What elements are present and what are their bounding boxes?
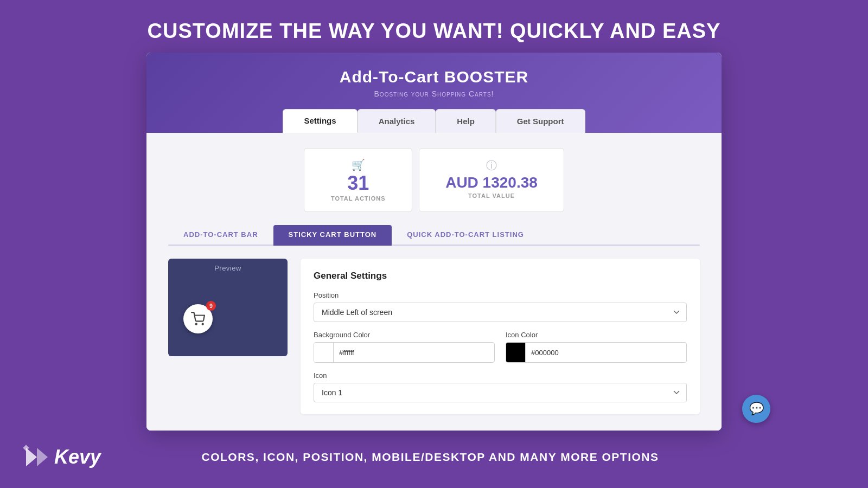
kevy-logo-icon [22,444,49,471]
total-value-amount: AUD 1320.38 [445,175,538,190]
cart-stat-icon: 🛒 [352,158,365,171]
preview-box: Preview 9 [168,259,288,356]
value-stat-icon: ⓘ [486,158,497,173]
kevy-logo-text: Kevy [54,446,101,468]
position-select[interactable]: Middle Left of screen Middle Right of sc… [314,303,687,322]
tab-analytics[interactable]: Analytics [358,109,436,133]
stats-row: 🛒 31 TOTAL ACTIONS ⓘ AUD 1320.38 TOTAL V… [168,148,700,212]
tab-settings[interactable]: Settings [283,109,357,133]
cart-badge: 9 [206,301,216,311]
icon-label: Icon [314,371,687,380]
cart-button-preview: 9 [183,304,213,333]
card-header: Add-To-Cart BOOSTER Boosting your Shoppi… [146,53,722,133]
total-actions-label: TOTAL ACTIONS [331,195,386,202]
background-color-input-row [314,342,495,363]
color-row: Background Color Icon Color [314,331,687,371]
total-value-label: TOTAL VALUE [468,192,515,199]
stat-total-value: ⓘ AUD 1320.38 TOTAL VALUE [419,148,564,212]
kevy-logo: Kevy [22,444,101,471]
icon-color-input-row [506,342,687,363]
icon-color-text-input[interactable] [526,344,686,361]
settings-title: General Settings [314,271,687,281]
position-label: Position [314,291,687,299]
tab-get-support[interactable]: Get Support [496,109,585,133]
svg-marker-3 [37,448,48,466]
svg-point-0 [196,324,197,325]
position-field-group: Position Middle Left of screen Middle Ri… [314,291,687,322]
preview-label: Preview [214,264,241,272]
icon-color-swatch[interactable] [506,343,526,362]
background-color-swatch[interactable] [314,343,334,362]
main-card: Add-To-Cart BOOSTER Boosting your Shoppi… [146,53,722,431]
icon-field-group: Icon Icon 1 [314,371,687,402]
section-tabs: ADD-TO-CART BAR STICKY CART BUTTON QUICK… [168,225,700,246]
section-tab-sticky-cart-button[interactable]: STICKY CART BUTTON [273,225,392,246]
icon-color-field-group: Icon Color [506,331,687,363]
bottom-tagline: COLORS, ICON, POSITION, MOBILE/DESKTOP A… [112,451,749,464]
section-tab-add-to-cart-bar[interactable]: ADD-TO-CART BAR [168,225,273,246]
card-body: 🛒 31 TOTAL ACTIONS ⓘ AUD 1320.38 TOTAL V… [146,133,722,431]
settings-panel: General Settings Position Middle Left of… [301,259,700,414]
stat-total-actions: 🛒 31 TOTAL ACTIONS [304,148,412,212]
section-tab-quick-add[interactable]: QUICK ADD-TO-CART LISTING [392,225,539,246]
card-subtitle: Boosting your Shopping Carts! [146,89,722,98]
svg-marker-2 [26,448,37,466]
chat-button[interactable]: 💬 [742,395,770,423]
card-title: Add-To-Cart BOOSTER [146,68,722,86]
icon-color-label: Icon Color [506,331,687,339]
icon-select[interactable]: Icon 1 [314,383,687,402]
tab-help[interactable]: Help [436,109,496,133]
chat-icon: 💬 [749,402,764,416]
svg-point-1 [202,324,203,325]
background-color-field-group: Background Color [314,331,495,363]
content-row: Preview 9 General Settings Position [168,259,700,414]
page-headline: CUSTOMIZE THE WAY YOU WANT! QUICKLY AND … [148,20,721,43]
background-color-label: Background Color [314,331,495,339]
background-color-text-input[interactable] [334,344,494,361]
total-actions-number: 31 [347,174,369,193]
bottom-footer: Kevy COLORS, ICON, POSITION, MOBILE/DESK… [0,444,868,471]
main-tabs: Settings Analytics Help Get Support [146,109,722,133]
cart-icon [191,312,205,326]
